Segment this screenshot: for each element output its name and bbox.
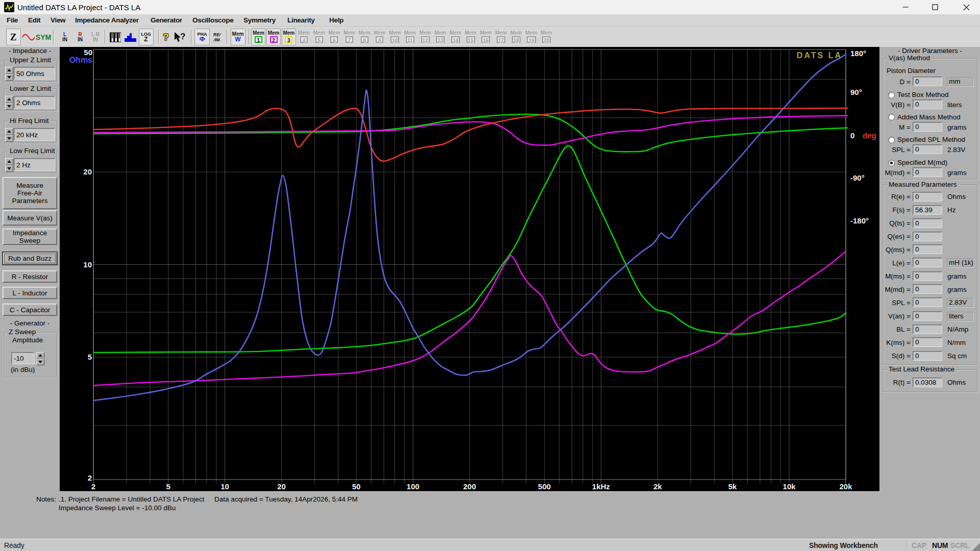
svg-text:2: 2 [88,473,92,482]
svg-text:Ohms: Ohms [69,56,92,64]
svg-text:90°: 90° [850,88,862,96]
svg-text:deg: deg [863,131,876,140]
svg-text:200: 200 [463,482,476,491]
svg-text:5: 5 [166,482,170,491]
svg-text:10: 10 [83,260,92,269]
svg-text:0: 0 [850,131,854,140]
svg-text:20k: 20k [839,482,852,491]
svg-text:5k: 5k [728,482,737,491]
svg-text:180°: 180° [850,49,866,58]
svg-text:20: 20 [83,167,92,176]
svg-text:1kHz: 1kHz [592,482,610,491]
svg-text:100: 100 [407,482,420,491]
svg-text:5: 5 [88,353,92,361]
svg-text:2k: 2k [653,482,662,491]
svg-text:20: 20 [277,482,286,491]
svg-text:-90°: -90° [850,173,865,182]
svg-text:10: 10 [220,482,229,491]
svg-text:DATS LA: DATS LA [797,51,842,60]
svg-text:500: 500 [538,482,551,491]
svg-text:10k: 10k [783,482,796,491]
svg-text:-180°: -180° [850,216,869,225]
svg-text:2: 2 [91,482,95,491]
svg-text:?: ? [180,32,185,41]
svg-text:50: 50 [352,482,361,491]
